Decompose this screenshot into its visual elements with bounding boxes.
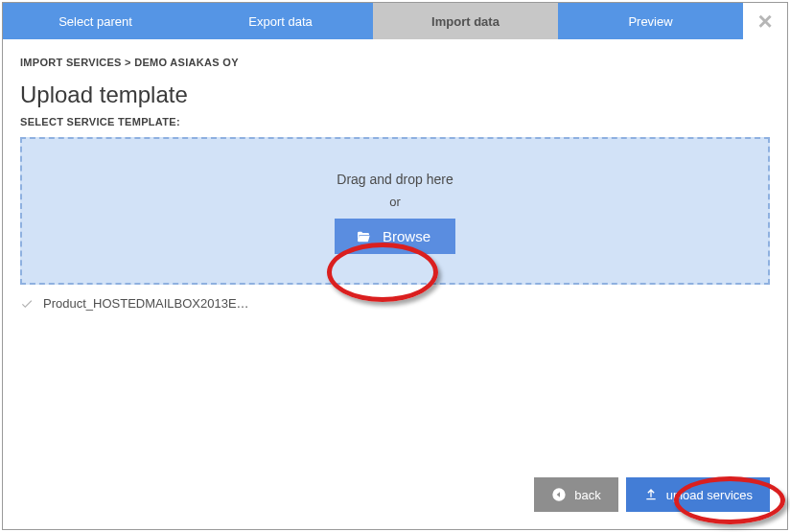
back-button[interactable]: back [534,477,617,512]
tab-label: Export data [248,14,313,29]
tab-export-data[interactable]: Export data [188,3,373,39]
page-title: Upload template [20,81,770,108]
checkmark-icon [20,297,34,311]
folder-open-icon [356,229,371,244]
browse-button-label: Browse [383,228,430,244]
breadcrumb: IMPORT SERVICES > DEMO ASIAKAS OY [20,57,770,68]
tab-label: Preview [628,14,672,29]
file-dropzone[interactable]: Drag and drop here or Browse [20,137,770,285]
tab-select-parent[interactable]: Select parent [3,3,188,39]
bottom-button-bar: back upload services [534,477,770,512]
dropzone-text-2: or [389,195,401,209]
tab-import-data[interactable]: Import data [373,3,558,39]
uploaded-file-row: Product_HOSTEDMAILBOX2013E… [20,296,770,311]
tab-preview[interactable]: Preview [558,3,743,39]
back-button-label: back [574,488,600,502]
upload-services-button-label: upload services [666,488,753,502]
section-subtitle: SELECT SERVICE TEMPLATE: [20,116,770,127]
close-button[interactable]: × [743,3,787,39]
upload-services-button[interactable]: upload services [626,477,770,512]
tab-bar: Select parent Export data Import data Pr… [3,3,787,39]
content-area: IMPORT SERVICES > DEMO ASIAKAS OY Upload… [3,39,787,529]
close-icon: × [757,7,772,36]
upload-icon [643,487,659,502]
circle-arrow-left-icon [551,487,567,502]
dialog-frame: Select parent Export data Import data Pr… [2,2,788,530]
uploaded-file-name: Product_HOSTEDMAILBOX2013E… [43,296,249,311]
browse-button[interactable]: Browse [335,219,455,254]
dropzone-text-1: Drag and drop here [337,172,453,187]
tab-label: Select parent [58,14,132,29]
tab-label: Import data [431,14,500,29]
